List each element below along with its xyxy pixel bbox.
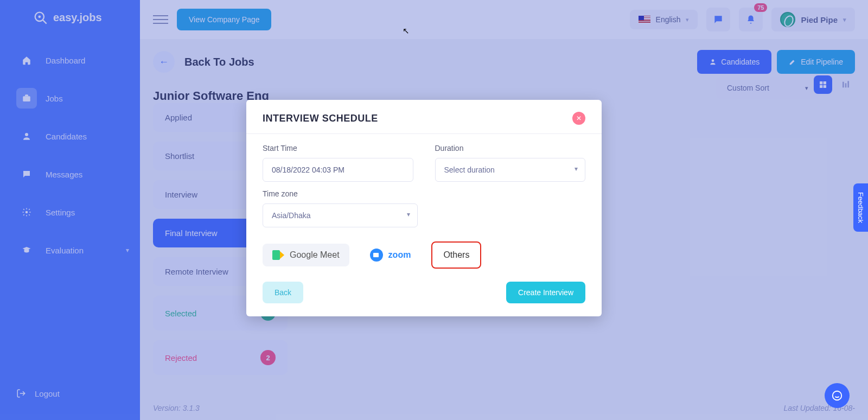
timezone-label: Time zone bbox=[263, 189, 418, 198]
start-time-input[interactable] bbox=[263, 158, 413, 182]
close-button[interactable]: ✕ bbox=[572, 112, 585, 125]
meet-option-zoom[interactable]: zoom bbox=[360, 242, 421, 268]
svg-point-14 bbox=[833, 391, 842, 400]
start-time-label: Start Time bbox=[263, 144, 413, 152]
meet-option-label: Others bbox=[443, 250, 469, 260]
interview-schedule-modal: INTERVIEW SCHEDULE ✕ Start Time Duration… bbox=[246, 100, 602, 316]
feedback-tab[interactable]: Feedback bbox=[853, 183, 868, 232]
meet-option-label: zoom bbox=[388, 250, 411, 260]
back-step-button[interactable]: Back bbox=[263, 282, 303, 303]
duration-label: Duration bbox=[435, 144, 586, 152]
chat-icon bbox=[831, 390, 843, 402]
create-interview-button[interactable]: Create Interview bbox=[506, 282, 585, 303]
meet-option-label: Google Meet bbox=[290, 250, 340, 260]
timezone-select[interactable]: Asia/Dhaka bbox=[263, 203, 418, 227]
zoom-icon bbox=[370, 249, 383, 262]
chat-bubble[interactable] bbox=[825, 383, 850, 408]
meet-option-google[interactable]: Google Meet bbox=[263, 244, 349, 266]
duration-select[interactable]: Select duration bbox=[435, 158, 586, 182]
modal-title: INTERVIEW SCHEDULE bbox=[263, 113, 378, 124]
meet-option-others[interactable]: Others bbox=[431, 241, 481, 269]
google-meet-icon bbox=[272, 250, 284, 260]
